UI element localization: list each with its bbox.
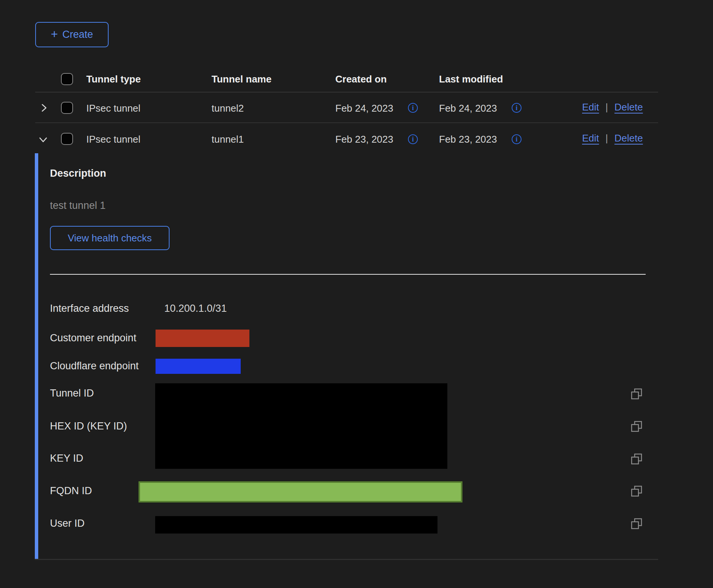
detail-divider [50, 274, 646, 275]
expanded-row-accent-bar [35, 153, 38, 559]
chevron-down-icon[interactable] [38, 135, 48, 145]
description-label: Description [50, 168, 106, 179]
actions-separator: | [606, 101, 608, 113]
info-icon[interactable]: i [512, 134, 522, 144]
customer-endpoint-redaction [156, 330, 249, 347]
tunnel-id-redaction [155, 383, 447, 469]
cloudflare-endpoint-label: Cloudflare endpoint [50, 360, 139, 372]
column-header-tunnel-type: Tunnel type [86, 73, 141, 85]
fqdn-id-label: FQDN ID [50, 485, 92, 497]
interface-address-label: Interface address [50, 303, 129, 314]
expanded-row-bottom-divider [35, 559, 658, 560]
tunnel-name-cell: tunnel2 [212, 103, 244, 114]
chevron-right-icon[interactable] [39, 103, 49, 113]
tunnels-page: + Create Tunnel type Tunnel name Created… [0, 0, 713, 588]
copy-icon[interactable] [630, 388, 643, 400]
copy-icon[interactable] [630, 485, 643, 497]
edit-link[interactable]: Edit [582, 132, 599, 144]
row-checkbox[interactable] [61, 102, 73, 114]
copy-icon[interactable] [630, 420, 643, 432]
interface-address-value: 10.200.1.0/31 [164, 303, 227, 314]
row-divider [35, 123, 658, 123]
delete-link[interactable]: Delete [615, 101, 643, 113]
tunnel-type-cell: IPsec tunnel [86, 134, 140, 145]
fqdn-id-redaction [139, 481, 462, 502]
copy-icon[interactable] [630, 453, 643, 465]
actions-separator: | [606, 132, 608, 144]
tunnel-type-cell: IPsec tunnel [86, 103, 140, 114]
user-id-label: User ID [50, 518, 85, 529]
key-id-label: KEY ID [50, 453, 83, 464]
tunnel-name-cell: tunnel1 [212, 134, 244, 145]
view-health-checks-label: View health checks [68, 232, 152, 244]
last-modified-cell: Feb 24, 2023 [439, 103, 497, 114]
copy-icon[interactable] [630, 518, 643, 530]
column-header-created-on: Created on [335, 73, 387, 85]
column-header-last-modified: Last modified [439, 73, 503, 85]
info-icon[interactable]: i [408, 134, 418, 144]
info-icon[interactable]: i [512, 103, 522, 113]
hex-id-label: HEX ID (KEY ID) [50, 420, 127, 432]
select-all-checkbox[interactable] [61, 73, 73, 85]
tunnel-id-label: Tunnel ID [50, 387, 94, 399]
customer-endpoint-label: Customer endpoint [50, 332, 136, 344]
last-modified-cell: Feb 23, 2023 [439, 134, 497, 145]
created-on-cell: Feb 24, 2023 [335, 103, 393, 114]
edit-link[interactable]: Edit [582, 101, 599, 113]
cloudflare-endpoint-redaction [156, 359, 241, 374]
create-button-label: Create [62, 29, 93, 40]
created-on-cell: Feb 23, 2023 [335, 134, 393, 145]
info-icon[interactable]: i [408, 103, 418, 113]
row-checkbox[interactable] [61, 133, 73, 145]
column-header-tunnel-name: Tunnel name [212, 73, 271, 85]
description-value: test tunnel 1 [50, 200, 106, 212]
plus-icon: + [51, 28, 58, 40]
create-button[interactable]: + Create [35, 22, 109, 47]
view-health-checks-button[interactable]: View health checks [50, 226, 170, 250]
delete-link[interactable]: Delete [615, 132, 643, 144]
header-divider [35, 92, 658, 92]
user-id-redaction [155, 516, 437, 534]
